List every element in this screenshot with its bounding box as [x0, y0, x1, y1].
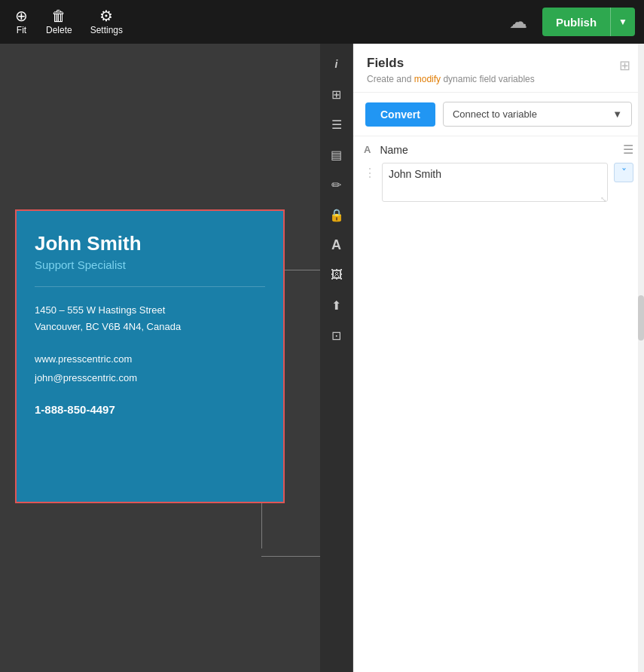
- list-icon: ▤: [331, 148, 342, 162]
- main-layout: John Smith Support Specialist 1450 – 555…: [0, 44, 644, 672]
- sidebar-font-button[interactable]: A: [322, 231, 351, 259]
- field-value-input[interactable]: [382, 163, 608, 202]
- layers-icon: ☰: [331, 118, 342, 132]
- connect-variable-button[interactable]: Connect to variable ▼: [443, 102, 632, 127]
- field-row-header: A Name ☰: [353, 136, 644, 160]
- cloud-icon: ☁: [509, 11, 527, 32]
- field-resize-handle[interactable]: ⤡: [600, 195, 606, 203]
- sidebar-upload-button[interactable]: ⬆: [322, 291, 351, 319]
- scroll-thumb[interactable]: [638, 295, 644, 341]
- field-name-label: Name: [380, 144, 617, 156]
- edit-icon: ✏: [331, 178, 341, 192]
- share-icon: ⊡: [331, 328, 341, 343]
- delete-icon: 🗑: [51, 8, 66, 23]
- chevron-down-icon: ˅: [621, 166, 627, 179]
- field-drag-handle[interactable]: ⋮: [364, 163, 376, 180]
- connect-variable-label: Connect to variable: [453, 108, 537, 120]
- business-card[interactable]: John Smith Support Specialist 1450 – 555…: [15, 209, 285, 503]
- delete-button[interactable]: 🗑 Delete: [40, 5, 78, 38]
- field-input-row: ⋮ ⤡ ˅: [353, 160, 644, 212]
- card-phone: 1-888-850-4497: [35, 403, 265, 416]
- sidebar-lock-button[interactable]: 🔒: [322, 200, 351, 229]
- fit-button[interactable]: ⊕ Fit: [9, 5, 34, 38]
- sidebar-grid-button[interactable]: ⊞: [322, 80, 351, 108]
- card-website: www.presscentric.com: [35, 353, 132, 365]
- sidebar-image-button[interactable]: 🖼: [322, 261, 351, 289]
- settings-icon: ⚙: [99, 8, 113, 23]
- field-expand-button[interactable]: ˅: [614, 163, 633, 182]
- sidebar-info-button[interactable]: i: [322, 50, 351, 78]
- card-title: Support Specialist: [35, 258, 265, 287]
- field-type-icon: A: [364, 144, 371, 155]
- settings-label: Settings: [90, 25, 123, 35]
- guide-horizontal-bottom: [261, 556, 320, 557]
- fit-icon: ⊕: [15, 8, 28, 23]
- icon-sidebar: i ⊞ ☰ ▤ ✏ 🔒 A 🖼 ⬆: [320, 44, 353, 672]
- scroll-track: [638, 44, 644, 672]
- field-menu-icon[interactable]: ☰: [623, 142, 633, 157]
- fit-label: Fit: [17, 25, 26, 35]
- card-address: 1450 – 555 W Hastings Street Vancouver, …: [35, 302, 265, 335]
- publish-arrow-button[interactable]: ▼: [610, 8, 635, 36]
- card-name: John Smith: [35, 232, 265, 255]
- image-icon: 🖼: [331, 268, 343, 282]
- right-panels: i ⊞ ☰ ▤ ✏ 🔒 A 🖼 ⬆: [320, 44, 644, 672]
- card-address-line1: 1450 – 555 W Hastings Street: [35, 304, 165, 316]
- fields-subtitle-link[interactable]: modify: [414, 74, 441, 84]
- card-email: john@presscentric.com: [35, 372, 137, 383]
- settings-button[interactable]: ⚙ Settings: [84, 5, 129, 38]
- fields-toolbar: Convert Connect to variable ▼: [353, 93, 644, 136]
- fields-subtitle: Create and modify dynamic field variable…: [367, 74, 619, 84]
- upload-icon: ⬆: [331, 298, 341, 313]
- canvas-area[interactable]: John Smith Support Specialist 1450 – 555…: [0, 44, 320, 672]
- fields-header: Fields Create and modify dynamic field v…: [353, 44, 644, 93]
- font-icon: A: [331, 237, 341, 253]
- fields-title: Fields: [367, 56, 619, 71]
- sidebar-edit-button[interactable]: ✏: [322, 170, 351, 199]
- grid-icon: ⊞: [331, 87, 341, 102]
- info-icon: i: [335, 58, 338, 70]
- connect-variable-arrow-icon: ▼: [612, 108, 622, 120]
- table-view-icon[interactable]: ⊞: [619, 57, 630, 74]
- lock-icon: 🔒: [329, 208, 344, 222]
- card-contact: www.presscentric.com john@presscentric.c…: [35, 350, 265, 387]
- field-textarea-wrapper: ⤡: [382, 163, 608, 205]
- card-address-line2: Vancouver, BC V6B 4N4, Canada: [35, 321, 181, 332]
- publish-main-button[interactable]: Publish: [542, 8, 610, 36]
- main-toolbar: ⊕ Fit 🗑 Delete ⚙ Settings ☁ Publish ▼: [0, 0, 644, 44]
- fields-panel: Fields Create and modify dynamic field v…: [353, 44, 644, 672]
- publish-button-group: Publish ▼: [542, 8, 635, 36]
- sidebar-share-button[interactable]: ⊡: [322, 321, 351, 350]
- sidebar-list-button[interactable]: ▤: [322, 140, 351, 169]
- sidebar-layers-button[interactable]: ☰: [322, 110, 351, 139]
- delete-label: Delete: [46, 25, 72, 35]
- convert-button[interactable]: Convert: [365, 102, 435, 127]
